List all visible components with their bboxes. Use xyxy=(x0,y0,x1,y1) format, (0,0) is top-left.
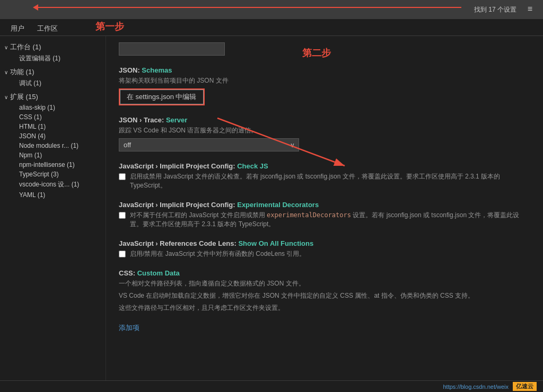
json-trace-prefix: JSON › Trace: xyxy=(119,116,166,124)
json-schemas-main: Schemas xyxy=(142,66,172,74)
sidebar-item-alias-skip[interactable]: alias-skip (1) xyxy=(0,103,106,112)
css-custom-prefix: CSS: xyxy=(119,269,137,277)
json-schemas-title: JSON: Schemas xyxy=(119,66,530,74)
js-codelens-checkbox[interactable] xyxy=(119,251,126,257)
css-custom-desc2: VS Code 在启动时加载自定义数据，增强它对你在 JSON 文件中指定的自定… xyxy=(119,291,530,300)
js-codelens-title: JavaScript › References Code Lens: Show … xyxy=(119,239,530,247)
sidebar-group-workbench: ∨ 工作台 (1) 设置编辑器 (1) xyxy=(0,40,106,65)
status-brand: 亿速云 xyxy=(513,382,537,391)
js-checkjs-checkbox-row: 启用或禁用 JavaScript 文件的语义检查。若有 jsconfig.jso… xyxy=(119,172,530,190)
js-codelens-desc: 启用/禁用在 JavaScript 文件中对所有函数的 CodeLens 引用。 xyxy=(130,250,305,259)
sidebar-group-label-extensions: 扩展 (15) xyxy=(10,92,38,102)
chevron-down-icon: ∨ xyxy=(4,69,8,75)
js-decorators-checkbox-row: 对不属于任何工程的 JavaScript 文件启用或禁用 experimenta… xyxy=(119,211,530,229)
edit-link-box: 在 settings.json 中编辑 xyxy=(119,88,205,105)
js-decorators-desc-part1: 对不属于任何工程的 JavaScript 文件启用或禁用 xyxy=(130,211,267,219)
tabs-row: 用户 工作区 第一步 xyxy=(0,19,543,36)
js-codelens-prefix: JavaScript › References Code Lens: xyxy=(119,239,238,247)
js-decorators-desc: 对不属于任何工程的 JavaScript 文件启用或禁用 experimenta… xyxy=(130,211,530,229)
js-checkjs-title: JavaScript › Implicit Project Config: Ch… xyxy=(119,162,530,170)
sidebar-item-yaml[interactable]: YAML (1) xyxy=(0,190,106,200)
add-item-button[interactable]: 添加项 xyxy=(119,323,530,333)
js-decorators-main: Experimental Decorators xyxy=(237,201,319,209)
json-schemas-prefix: JSON: xyxy=(119,66,142,74)
sidebar-item-vscode-icons[interactable]: vscode-icons 设... (1) xyxy=(0,179,106,190)
json-trace-title: JSON › Trace: Server xyxy=(119,116,530,124)
json-trace-desc: 跟踪 VS Code 和 JSON 语言服务器之间的通信。 xyxy=(119,126,530,135)
js-decorators-title: JavaScript › Implicit Project Config: Ex… xyxy=(119,201,530,209)
step1-label: 第一步 xyxy=(95,20,124,33)
js-checkjs-prefix: JavaScript › Implicit Project Config: xyxy=(119,162,237,170)
dropdown-wrapper: off messages verbose xyxy=(119,138,299,152)
sidebar-item-npm-intellisense[interactable]: npm-intellisense (1) xyxy=(0,160,106,170)
js-checkjs-desc: 启用或禁用 JavaScript 文件的语义检查。若有 jsconfig.jso… xyxy=(130,172,530,190)
json-trace-dropdown[interactable]: off messages verbose xyxy=(119,138,299,152)
js-codelens-checkbox-row: 启用/禁用在 JavaScript 文件中对所有函数的 CodeLens 引用。 xyxy=(119,250,530,259)
tab-user[interactable]: 用户 xyxy=(4,22,31,35)
sidebar-item-css[interactable]: CSS (1) xyxy=(0,112,106,122)
sidebar-group-label-workbench: 工作台 (1) xyxy=(10,42,41,52)
step2-label: 第二步 xyxy=(302,47,331,59)
filter-icon[interactable]: ≡ xyxy=(528,4,532,14)
json-trace-setting: JSON › Trace: Server 跟踪 VS Code 和 JSON 语… xyxy=(119,116,530,152)
sidebar-group-header-features[interactable]: ∨ 功能 (1) xyxy=(0,66,106,78)
js-checkjs-checkbox[interactable] xyxy=(119,173,126,180)
js-decorators-checkbox[interactable] xyxy=(119,212,126,219)
content-area: 5000 JSON: Schemas 将架构关联到当前项目中的 JSON 文件 … xyxy=(106,36,543,392)
js-decorators-setting: JavaScript › Implicit Project Config: Ex… xyxy=(119,201,530,229)
chevron-down-icon: ∨ xyxy=(4,44,8,50)
js-codelens-setting: JavaScript › References Code Lens: Show … xyxy=(119,239,530,259)
status-bar: https://blog.csdn.net/weix 亿速云 xyxy=(0,380,543,392)
css-custom-main: Custom Data xyxy=(137,269,180,277)
sidebar-group-extensions: ∨ 扩展 (15) alias-skip (1) CSS (1) HTML (1… xyxy=(0,90,106,201)
json-schemas-setting: JSON: Schemas 将架构关联到当前项目中的 JSON 文件 在 set… xyxy=(119,66,530,105)
main-layout: ∨ 工作台 (1) 设置编辑器 (1) ∨ 功能 (1) 调试 (1) ∨ 扩展… xyxy=(0,36,543,392)
tab-workspace[interactable]: 工作区 xyxy=(31,22,64,35)
sidebar-item-json[interactable]: JSON (4) xyxy=(0,131,106,141)
search-result-count: 找到 17 个设置 xyxy=(474,5,516,14)
js-decorators-prefix: JavaScript › Implicit Project Config: xyxy=(119,201,237,209)
port-input[interactable]: 5000 xyxy=(119,42,225,56)
sidebar-item-html[interactable]: HTML (1) xyxy=(0,122,106,131)
sidebar-item-npm[interactable]: Npm (1) xyxy=(0,150,106,160)
sidebar-group-label-features: 功能 (1) xyxy=(10,67,34,77)
js-checkjs-main: Check JS xyxy=(237,162,268,170)
css-custom-setting: CSS: Custom Data 一个相对文件路径列表，指向遵循自定义数据格式的… xyxy=(119,269,530,313)
sidebar-item-settings-editor[interactable]: 设置编辑器 (1) xyxy=(0,53,106,64)
status-url: https://blog.csdn.net/weix xyxy=(443,384,509,390)
sidebar-item-node-modules[interactable]: Node modules r... (1) xyxy=(0,141,106,150)
js-checkjs-setting: JavaScript › Implicit Project Config: Ch… xyxy=(119,162,530,190)
sidebar: ∨ 工作台 (1) 设置编辑器 (1) ∨ 功能 (1) 调试 (1) ∨ 扩展… xyxy=(0,36,106,392)
css-custom-title: CSS: Custom Data xyxy=(119,269,530,277)
sidebar-item-debug[interactable]: 调试 (1) xyxy=(0,78,106,89)
js-decorators-code: experimentalDecorators xyxy=(267,211,351,219)
js-codelens-main: Show On All Functions xyxy=(238,239,313,247)
search-input[interactable]: json xyxy=(4,5,110,15)
edit-settings-button[interactable]: 在 settings.json 中编辑 xyxy=(120,90,204,104)
json-schemas-desc: 将架构关联到当前项目中的 JSON 文件 xyxy=(119,76,530,85)
sidebar-group-header-extensions[interactable]: ∨ 扩展 (15) xyxy=(0,91,106,103)
css-custom-desc3: 这些文件路径与工作区相对，且只考虑工作区文件夹设置。 xyxy=(119,304,530,313)
search-bar: json 找到 17 个设置 ≡ xyxy=(0,0,543,19)
css-custom-desc1: 一个相对文件路径列表，指向遵循自定义数据格式的 JSON 文件。 xyxy=(119,279,530,288)
sidebar-group-features: ∨ 功能 (1) 调试 (1) xyxy=(0,65,106,90)
sidebar-group-header-workbench[interactable]: ∨ 工作台 (1) xyxy=(0,41,106,53)
json-trace-main: Server xyxy=(166,116,187,124)
chevron-down-icon: ∨ xyxy=(4,94,8,100)
sidebar-item-typescript[interactable]: TypeScript (3) xyxy=(0,170,106,179)
